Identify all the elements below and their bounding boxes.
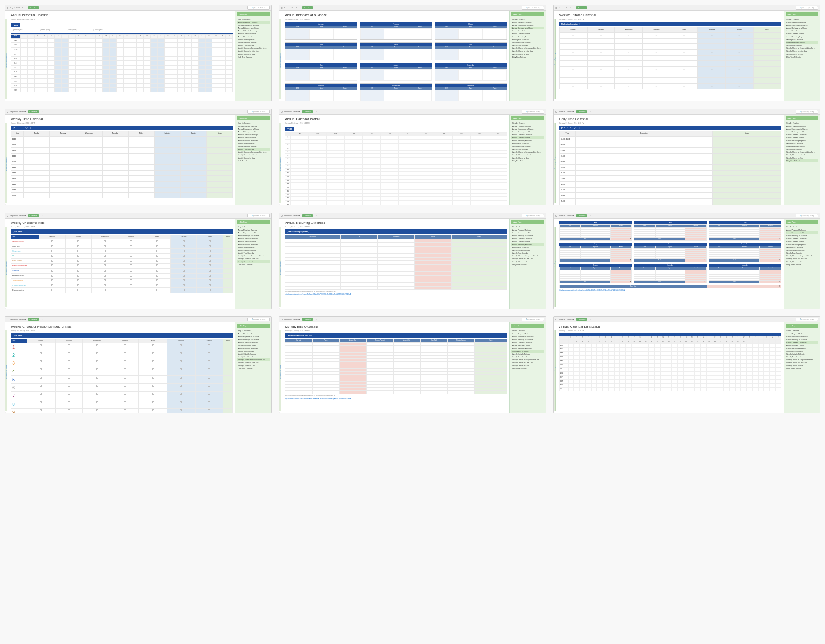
checkbox[interactable]	[124, 344, 126, 346]
checkbox[interactable]	[209, 240, 211, 242]
checkbox[interactable]	[40, 360, 42, 362]
nav-item[interactable]: Weekly Chores or Responsibilities for …	[237, 151, 270, 153]
checkbox[interactable]	[51, 264, 53, 266]
nav-item[interactable]: Weekly Chores for Little Kids	[512, 361, 544, 364]
nav-item[interactable]: Weekly Chores for Little Kids	[512, 257, 544, 260]
nav-item[interactable]: Annual Birthdays at a Glance	[237, 338, 270, 341]
search-input[interactable]: 🔍 Search (Ctrl+E)	[796, 214, 818, 217]
checkbox[interactable]	[104, 255, 106, 257]
nav-item[interactable]: Annual Birthdays at a Glance	[512, 234, 544, 237]
nav-item[interactable]: Monthly Bills Organizer	[237, 142, 270, 145]
add-tab-button[interactable]: +	[589, 110, 592, 113]
checkbox[interactable]	[208, 393, 210, 395]
nav-item[interactable]: Weekly Time Calendar	[237, 355, 270, 358]
expand-icon[interactable]: ▢	[555, 111, 557, 113]
checkbox[interactable]	[209, 289, 211, 291]
nav-item[interactable]: Step 1 – Readme	[512, 18, 544, 21]
add-page-button[interactable]: + Add Page	[237, 116, 270, 120]
checkbox[interactable]	[183, 245, 185, 247]
checkbox[interactable]	[130, 275, 132, 277]
checkbox[interactable]	[183, 260, 185, 262]
nav-item[interactable]: Annual Perpetual Calendar	[786, 229, 818, 231]
nav-item[interactable]: Weekly Time Calendar	[512, 148, 544, 151]
checkbox[interactable]	[208, 344, 210, 346]
page-canvas[interactable]: Template by Auscomp.com April DateExpens…	[554, 219, 784, 309]
checkbox[interactable]	[77, 275, 79, 277]
nav-item[interactable]: Annual Recurring Expenses	[786, 35, 818, 38]
nav-item[interactable]: Annual Expenses at a Glance	[786, 335, 818, 338]
page-canvas[interactable]: Template by Auscomp.com Annual Calendar …	[279, 115, 509, 205]
checkbox[interactable]	[209, 260, 211, 262]
search-input[interactable]: 🔍 Search (Ctrl+E)	[248, 318, 270, 321]
nav-item[interactable]: Weekly Editable Calendar	[512, 353, 544, 355]
add-page-button[interactable]: + Add Page	[786, 116, 818, 120]
nav-item[interactable]: Monthly Bills Organizer	[786, 38, 818, 41]
bills-grid[interactable]: Due DatePayeeAmount DueMinimum PaymentAm…	[285, 339, 507, 394]
nav-item[interactable]: Daily Time Calendar	[512, 56, 544, 58]
checkbox[interactable]	[156, 240, 158, 242]
nav-item[interactable]: Annual Calendar Portrait	[512, 344, 544, 347]
nav-item[interactable]: Daily Time Calendar	[512, 159, 544, 162]
nav-item[interactable]: Annual Expenses at a Glance	[512, 231, 544, 234]
nav-item[interactable]: Annual Calendar Landscape	[237, 237, 270, 240]
add-page-button[interactable]: + Add Page	[237, 12, 270, 16]
page-canvas[interactable]: Template by Auscomp.com Monthly Bills Or…	[279, 322, 509, 413]
nav-item[interactable]: Step 1 – Readme	[512, 225, 544, 228]
checkbox[interactable]	[96, 409, 98, 411]
checkbox[interactable]	[208, 409, 210, 411]
checkbox[interactable]	[180, 377, 182, 379]
month-expense-block[interactable]: September DateExpenseAmount Total$	[709, 243, 781, 262]
search-input[interactable]: 🔍 Search (Ctrl+E)	[522, 214, 544, 217]
nav-item[interactable]: Annual Recurring Expenses	[512, 347, 544, 350]
month-block[interactable]: October DOBNamePhone	[285, 83, 357, 101]
nav-item[interactable]: Monthly Bills Organizer	[512, 142, 544, 145]
checkbox[interactable]	[156, 264, 158, 266]
nav-item[interactable]: Weekly Chores or Responsibilities for …	[512, 47, 544, 50]
checkbox[interactable]	[68, 401, 70, 403]
nav-item[interactable]: Annual Birthdays at a Glance	[237, 234, 270, 237]
nav-item[interactable]: Weekly Chores for Kids	[512, 157, 544, 159]
month-block[interactable]: September DOBNamePhone	[435, 63, 507, 81]
nav-item[interactable]: Annual Recurring Expenses	[512, 35, 544, 38]
nav-item[interactable]: Weekly Chores for Little Kids	[512, 50, 544, 52]
checkbox[interactable]	[183, 270, 185, 272]
checkbox[interactable]	[180, 393, 182, 395]
checkbox[interactable]	[51, 289, 53, 291]
daily-grid[interactable]: TimeDescriptionNotes06:00 - 06:3006:3007…	[559, 131, 781, 205]
nav-item[interactable]: Annual Expenses at a Glance	[512, 128, 544, 130]
checkbox[interactable]	[208, 377, 210, 379]
section-tab[interactable]: Calendars	[576, 6, 587, 9]
checkbox[interactable]	[124, 401, 126, 403]
checkbox[interactable]	[104, 284, 106, 286]
checkbox[interactable]	[40, 344, 42, 346]
checkbox[interactable]	[180, 344, 182, 346]
nav-item[interactable]: Weekly Time Calendar	[237, 44, 270, 47]
checkbox[interactable]	[40, 368, 42, 370]
checkbox[interactable]	[68, 385, 70, 387]
nav-item[interactable]: Monthly Bills Organizer	[786, 350, 818, 353]
checkbox[interactable]	[130, 240, 132, 242]
desc-bar[interactable]: [ Kids Name ]	[11, 333, 233, 338]
nav-item[interactable]: Weekly Chores or Responsibilities for …	[512, 151, 544, 153]
nav-item[interactable]: Weekly Chores for Little Kids	[512, 153, 544, 156]
year-selector[interactable]: [ Select year ]	[37, 29, 52, 31]
checkbox[interactable]	[152, 409, 154, 411]
nav-item[interactable]: Annual Perpetual Calendar	[237, 21, 270, 24]
add-tab-button[interactable]: +	[315, 6, 318, 9]
expand-icon[interactable]: ▢	[555, 7, 557, 9]
nav-item[interactable]: Weekly Time Calendar	[512, 252, 544, 254]
checkbox[interactable]	[40, 393, 42, 395]
nav-item[interactable]: Weekly Chores for Kids	[786, 364, 818, 367]
nav-item[interactable]: Annual Recurring Expenses	[786, 139, 818, 142]
nav-item[interactable]: Weekly Time Calendar	[786, 252, 818, 254]
weekly-grid[interactable]: MondayTuesdayWednesdayThursdayFridaySatu…	[559, 27, 781, 89]
nav-item[interactable]: Annual Calendar Landscape	[237, 341, 270, 344]
checkbox[interactable]	[51, 260, 53, 262]
add-tab-button[interactable]: +	[41, 318, 44, 321]
nav-item[interactable]: Annual Calendar Portrait	[512, 32, 544, 35]
nav-item[interactable]: Weekly Editable Calendar	[512, 41, 544, 44]
annual-grid[interactable]: Month12345678910111213141516171819202122…	[11, 34, 233, 92]
checkbox[interactable]	[208, 368, 210, 370]
nav-item[interactable]: Annual Calendar Landscape	[512, 237, 544, 240]
month-block[interactable]: July DOBNamePhone	[285, 63, 357, 81]
